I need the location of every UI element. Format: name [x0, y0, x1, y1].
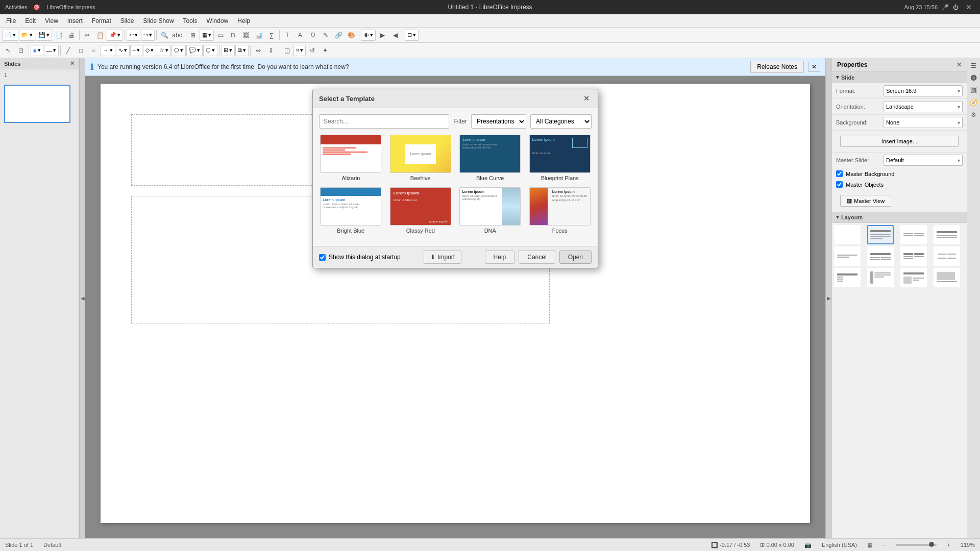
view-normal-btn[interactable]: ▦	[867, 542, 872, 548]
flip-v-btn[interactable]: ⇕	[265, 44, 277, 57]
autocorrect-btn[interactable]: abc	[171, 29, 183, 41]
undo-dropdown[interactable]: ↩▾	[127, 30, 140, 41]
menu-slide[interactable]: Slide	[116, 16, 138, 26]
orientation-dropdown[interactable]: Landscape ▾	[884, 101, 963, 112]
basic-shape-dropdown[interactable]: ◇▾	[143, 45, 156, 56]
save-file-dropdown[interactable]: 💾▾	[36, 30, 52, 41]
zoom-minus-btn[interactable]: −	[883, 542, 886, 548]
template-dialog-close-button[interactable]: ✕	[581, 93, 592, 104]
info-close-button[interactable]: ✕	[808, 62, 820, 72]
menu-view[interactable]: View	[41, 16, 62, 26]
line-btn[interactable]: ╱	[62, 44, 75, 57]
open-file-dropdown[interactable]: 📂▾	[19, 30, 35, 41]
fill-dropdown[interactable]: ■▾	[31, 45, 43, 56]
activities-label[interactable]: Activities	[5, 4, 27, 10]
layout-blank[interactable]	[834, 225, 861, 244]
menu-help[interactable]: Help	[233, 16, 254, 26]
zoom-percent[interactable]: 119%	[961, 542, 975, 548]
layout-content-2col[interactable]	[900, 246, 927, 266]
insert-textbox-btn[interactable]: ▭	[214, 29, 227, 41]
textbox-btn[interactable]: T	[281, 29, 293, 41]
rotate-btn[interactable]: ↺	[306, 44, 318, 57]
slide-thumbnail[interactable]	[4, 85, 70, 123]
power-icon[interactable]: ⏻	[953, 4, 959, 10]
cancel-button[interactable]: Cancel	[519, 251, 555, 264]
layout-title-2content[interactable]	[867, 246, 894, 266]
menu-file[interactable]: File	[2, 16, 20, 26]
flip-h-btn[interactable]: ⇔	[252, 44, 264, 57]
background-dropdown[interactable]: None ▾	[884, 117, 963, 128]
zoom-slider[interactable]	[896, 544, 937, 546]
connector-dropdown[interactable]: ⌐▾	[130, 45, 142, 56]
display-dropdown[interactable]: ⊟▾	[405, 30, 419, 41]
hyperlink-btn[interactable]: 🔗	[332, 29, 345, 41]
3d-shapes-dropdown[interactable]: ⬡▾	[203, 45, 217, 56]
curve-dropdown[interactable]: ∿▾	[116, 45, 130, 56]
close-button[interactable]: ✕	[963, 2, 975, 12]
clipart-btn[interactable]: 🎨	[345, 29, 357, 41]
flowchart-dropdown[interactable]: ⬠▾	[172, 45, 186, 56]
gallery-btn[interactable]: 🖼	[240, 29, 252, 41]
template-dna[interactable]: Lorem ipsum dolor sit amet consectetur a…	[458, 187, 522, 234]
properties-close[interactable]: ✕	[957, 61, 962, 68]
help-button[interactable]: Help	[485, 251, 515, 264]
grid-btn[interactable]: ⊞	[187, 29, 199, 41]
chart-btn[interactable]: 📊	[253, 29, 265, 41]
gallery-side-icon[interactable]: 🖼	[968, 85, 979, 96]
master-objects-checkbox[interactable]	[836, 181, 843, 188]
menu-format[interactable]: Format	[88, 16, 115, 26]
format-dropdown[interactable]: Screen 16:9 ▾	[884, 85, 963, 96]
open-button[interactable]: Open	[559, 251, 592, 264]
import-button[interactable]: ⬇ Import	[424, 251, 461, 264]
properties-toggle-icon[interactable]: ☰	[968, 60, 979, 71]
show2-btn[interactable]: ◀	[389, 29, 401, 41]
layout-title-6[interactable]	[834, 268, 861, 287]
filter-category-dropdown[interactable]: All Categories	[530, 114, 592, 129]
from-file-btn[interactable]: 🗋	[227, 29, 239, 41]
cut-btn[interactable]: ✂	[81, 29, 93, 41]
template-search-input[interactable]	[319, 114, 449, 129]
functions-icon[interactable]: ⚙	[968, 109, 979, 120]
slides-panel-close[interactable]: ✕	[70, 60, 75, 67]
layout-title-content[interactable]	[867, 225, 894, 244]
navigator-icon[interactable]: 🧭	[968, 97, 979, 108]
layout-title-2col[interactable]	[900, 225, 927, 244]
spellcheck-btn[interactable]: 🔍	[158, 29, 170, 41]
new-file-dropdown[interactable]: 📄▾	[2, 30, 18, 41]
symbol-shape-dropdown[interactable]: ☆▾	[157, 45, 171, 56]
menu-window[interactable]: Window	[203, 16, 233, 26]
save-pdf-btn[interactable]: 📑	[53, 29, 65, 41]
layout-vertical-title[interactable]	[867, 268, 894, 287]
align-dropdown[interactable]: ⊞▾	[221, 45, 235, 56]
taborder-btn[interactable]: ⊡	[15, 44, 27, 57]
menu-tools[interactable]: Tools	[179, 16, 202, 26]
template-brightblue[interactable]: Lorem ipsum Lorem ipsum dolor sit amet, …	[319, 187, 383, 234]
view-dropdown[interactable]: 👁▾	[361, 30, 376, 41]
master-view-button[interactable]: ▦ Master View	[840, 195, 891, 207]
arrow-dropdown[interactable]: →▾	[101, 45, 115, 56]
copy-btn[interactable]: 📋	[94, 29, 106, 41]
insert-image-button[interactable]: Insert Image...	[840, 136, 959, 147]
print-btn[interactable]: 🖨	[65, 29, 78, 41]
cursor-btn[interactable]: ✎	[320, 29, 332, 41]
menu-slideshow[interactable]: Slide Show	[139, 16, 178, 26]
master-slide-dropdown[interactable]: Default ▾	[884, 155, 963, 166]
filter-presentations-dropdown[interactable]: Presentations	[471, 114, 526, 129]
shadow-btn[interactable]: ◫	[281, 44, 293, 57]
arrange-dropdown[interactable]: ⧉▾	[235, 45, 249, 56]
extrude-btn[interactable]: ✦	[319, 44, 331, 57]
select-btn[interactable]: ↖	[2, 44, 14, 57]
layout-title-picture[interactable]	[900, 268, 927, 287]
insert-table-dropdown[interactable]: ▦▾	[200, 30, 214, 41]
fontwork-btn[interactable]: A	[294, 29, 306, 41]
layout-picture-caption[interactable]	[934, 268, 960, 287]
show-startup-checkbox[interactable]	[319, 254, 326, 261]
template-bluecurve[interactable]: Lorem ipsum dolor sit amet consectetur a…	[458, 135, 522, 181]
template-blueprint[interactable]: Lorem ipsum dolor sit amet Blueprint Pla…	[528, 135, 592, 181]
template-beehive[interactable]: Lorem ipsum Beehive	[389, 135, 453, 181]
special-char-btn[interactable]: Ω	[307, 29, 319, 41]
redo-dropdown[interactable]: ↪▾	[141, 30, 155, 41]
menu-insert[interactable]: Insert	[63, 16, 87, 26]
show-btn[interactable]: ▶	[376, 29, 388, 41]
slides-panel-collapse[interactable]: ◀	[79, 58, 85, 538]
